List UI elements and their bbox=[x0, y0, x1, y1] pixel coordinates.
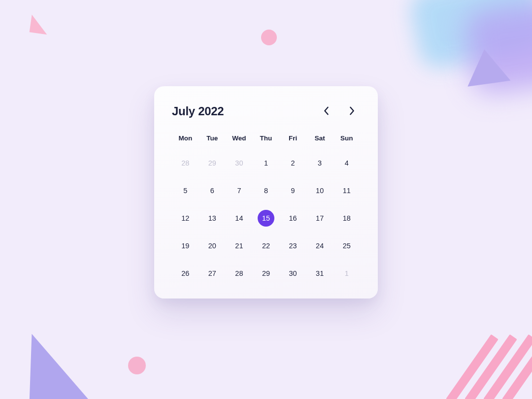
calendar-day[interactable]: 30 bbox=[279, 263, 306, 284]
calendar-day[interactable]: 18 bbox=[333, 208, 360, 229]
calendar-card: July 2022 Mon Tue Wed Thu Fri Sat Sun 28… bbox=[154, 86, 378, 299]
calendar-day[interactable]: 4 bbox=[333, 153, 360, 173]
dow-header: Sun bbox=[333, 134, 360, 146]
chevron-left-icon bbox=[324, 106, 329, 117]
calendar-header: July 2022 bbox=[172, 103, 360, 120]
calendar-day[interactable]: 16 bbox=[279, 208, 306, 229]
chevron-right-icon bbox=[349, 106, 355, 117]
calendar-day[interactable]: 28 bbox=[226, 263, 253, 284]
calendar-day[interactable]: 29 bbox=[199, 153, 226, 173]
dow-header: Tue bbox=[199, 134, 226, 146]
calendar-day[interactable]: 14 bbox=[226, 208, 253, 229]
calendar-day[interactable]: 13 bbox=[199, 208, 226, 229]
calendar-nav bbox=[318, 103, 360, 120]
prev-month-button[interactable] bbox=[318, 103, 334, 120]
calendar-day[interactable]: 8 bbox=[253, 180, 280, 201]
calendar-day[interactable]: 30 bbox=[226, 153, 253, 173]
calendar-day[interactable]: 9 bbox=[279, 180, 306, 201]
decor-triangle-pink-top-left bbox=[30, 15, 50, 35]
calendar-day[interactable]: 20 bbox=[199, 235, 226, 256]
calendar-day[interactable]: 29 bbox=[253, 263, 280, 284]
calendar-day[interactable]: 27 bbox=[199, 263, 226, 284]
calendar-day[interactable]: 12 bbox=[172, 208, 199, 229]
calendar-day[interactable]: 2 bbox=[279, 153, 306, 173]
calendar-day[interactable]: 10 bbox=[306, 180, 333, 201]
calendar-day[interactable]: 11 bbox=[333, 180, 360, 201]
calendar-day[interactable]: 24 bbox=[306, 235, 333, 256]
calendar-day[interactable]: 19 bbox=[172, 235, 199, 256]
decor-stripes-pink-bottom-right bbox=[458, 335, 517, 389]
calendar-day[interactable]: 5 bbox=[172, 180, 199, 201]
calendar-day[interactable]: 17 bbox=[306, 208, 333, 229]
decor-triangle-lilac-bottom-left bbox=[30, 334, 96, 399]
calendar-day[interactable]: 28 bbox=[172, 153, 199, 173]
decor-circle-pink-top bbox=[261, 30, 277, 45]
calendar-day[interactable]: 31 bbox=[306, 263, 333, 284]
dow-header: Thu bbox=[253, 134, 280, 146]
decor-circle-pink-bottom bbox=[128, 357, 146, 374]
calendar-day[interactable]: 6 bbox=[199, 180, 226, 201]
calendar-day-selected[interactable]: 15 bbox=[253, 208, 280, 229]
calendar-day[interactable]: 25 bbox=[333, 235, 360, 256]
calendar-day[interactable]: 7 bbox=[226, 180, 253, 201]
calendar-title: July 2022 bbox=[172, 104, 224, 118]
dow-header: Wed bbox=[226, 134, 253, 146]
calendar-day[interactable]: 1 bbox=[253, 153, 280, 173]
calendar-day[interactable]: 23 bbox=[279, 235, 306, 256]
dow-header: Sat bbox=[306, 134, 333, 146]
dow-header: Mon bbox=[172, 134, 199, 146]
calendar-day[interactable]: 22 bbox=[253, 235, 280, 256]
next-month-button[interactable] bbox=[343, 103, 360, 120]
calendar-grid: Mon Tue Wed Thu Fri Sat Sun 28 29 30 1 2… bbox=[172, 134, 360, 284]
calendar-day[interactable]: 21 bbox=[226, 235, 253, 256]
calendar-day[interactable]: 3 bbox=[306, 153, 333, 173]
calendar-day[interactable]: 1 bbox=[333, 263, 360, 284]
decor-triangle-lilac-top-right bbox=[463, 46, 511, 87]
dow-header: Fri bbox=[279, 134, 306, 146]
calendar-day[interactable]: 26 bbox=[172, 263, 199, 284]
